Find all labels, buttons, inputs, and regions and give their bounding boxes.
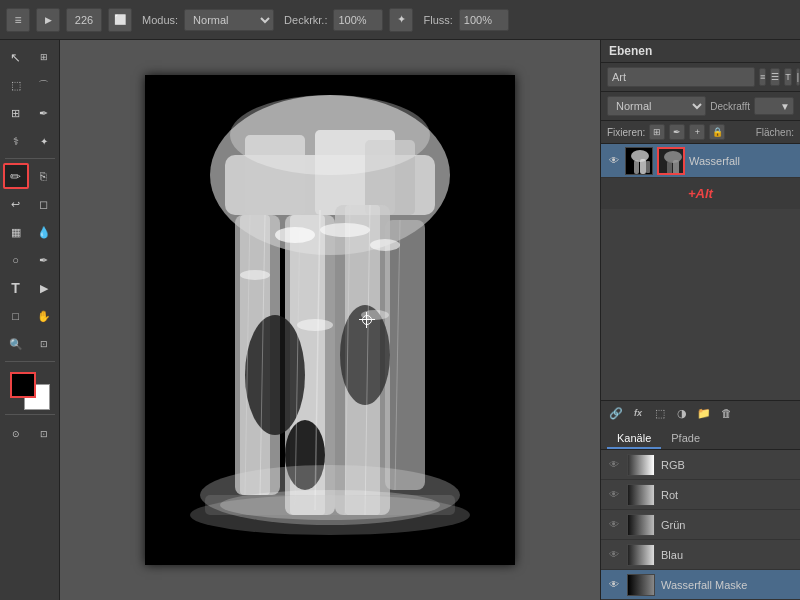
layers-search-input[interactable] bbox=[607, 67, 755, 87]
svg-rect-13 bbox=[385, 220, 425, 490]
path-select-tool[interactable]: ▶ bbox=[31, 275, 57, 301]
channel-gruen[interactable]: 👁 Grün bbox=[601, 510, 800, 540]
channel-maske-eye[interactable]: 👁 bbox=[607, 578, 621, 592]
rectangle-shape-tool[interactable]: □ bbox=[3, 303, 29, 329]
layers-mode-row: Normal Deckrafft bbox=[601, 92, 800, 121]
modus-select[interactable]: Normal bbox=[184, 9, 274, 31]
layer-visibility-eye[interactable]: 👁 bbox=[607, 154, 621, 168]
layer-filter-icon2[interactable]: T bbox=[784, 68, 792, 86]
extra-tool[interactable]: ⊡ bbox=[31, 331, 57, 357]
channel-blau-thumb bbox=[627, 544, 655, 566]
layer-name-label: Wasserfall bbox=[689, 155, 794, 167]
svg-point-31 bbox=[361, 310, 389, 320]
svg-rect-37 bbox=[640, 159, 646, 174]
screen-mode-tool[interactable]: ⊡ bbox=[31, 421, 57, 447]
gradient-tool[interactable]: ▦ bbox=[3, 219, 29, 245]
crop-tool[interactable]: ⊞ bbox=[3, 100, 29, 126]
history-brush-tool[interactable]: ↩ bbox=[3, 191, 29, 217]
fix-move-icon[interactable]: + bbox=[689, 124, 705, 140]
link-layers-icon[interactable]: 🔗 bbox=[607, 404, 625, 422]
zoom-tool[interactable]: 🔍 bbox=[3, 331, 29, 357]
alt-hint-area: +Alt bbox=[601, 178, 800, 209]
svg-point-27 bbox=[320, 223, 370, 237]
svg-point-35 bbox=[631, 150, 649, 162]
brush-tool[interactable]: ✏ bbox=[3, 163, 29, 189]
fix-paint-icon[interactable]: ✒ bbox=[669, 124, 685, 140]
foreground-color[interactable] bbox=[10, 372, 36, 398]
channel-rot[interactable]: 👁 Rot bbox=[601, 480, 800, 510]
svg-point-14 bbox=[245, 315, 305, 435]
left-toolbox: ↖ ⊞ ⬚ ⌒ ⊞ ✒ ⚕ ✦ ✏ ⎘ ↩ ◻ ▦ 💧 ○ ✒ bbox=[0, 40, 60, 600]
modus-label: Modus: bbox=[142, 14, 178, 26]
blur-tool[interactable]: 💧 bbox=[31, 219, 57, 245]
hand-tool[interactable]: ✋ bbox=[31, 303, 57, 329]
channel-rot-thumb bbox=[627, 484, 655, 506]
pen-tool[interactable]: ✒ bbox=[31, 247, 57, 273]
fixieren-bar: Fixieren: ⊞ ✒ + 🔒 Flächen: bbox=[601, 121, 800, 144]
fixieren-label: Fixieren: bbox=[607, 127, 645, 138]
layer-filter-icon1[interactable]: ☰ bbox=[770, 68, 780, 86]
channel-gruen-thumb bbox=[627, 514, 655, 536]
svg-point-29 bbox=[240, 270, 270, 280]
eraser-tool[interactable]: ◻ bbox=[31, 191, 57, 217]
spot-heal-tool[interactable]: ⚕ bbox=[3, 128, 29, 154]
channel-blau-eye[interactable]: 👁 bbox=[607, 548, 621, 562]
delete-layer-icon[interactable]: 🗑 bbox=[717, 404, 735, 422]
opacity-input[interactable] bbox=[754, 97, 794, 115]
deckr-label: Deckrkr.: bbox=[284, 14, 327, 26]
canvas-area bbox=[60, 40, 600, 600]
layer-wasserfall[interactable]: 👁 bbox=[601, 144, 800, 178]
tab-pfade[interactable]: Pfade bbox=[661, 429, 710, 449]
eyedropper-tool[interactable]: ✒ bbox=[31, 100, 57, 126]
fix-position-icon[interactable]: ⊞ bbox=[649, 124, 665, 140]
add-mask-icon[interactable]: ⬚ bbox=[651, 404, 669, 422]
right-panel: Ebenen ≡ ☰ T | ○ Normal Deckrafft Fixier… bbox=[600, 40, 800, 600]
svg-rect-33 bbox=[205, 495, 455, 515]
svg-rect-41 bbox=[667, 161, 672, 175]
channels-list: 👁 RGB 👁 Rot 👁 Grün 👁 Blau bbox=[601, 450, 800, 600]
lasso-tool[interactable]: ⌒ bbox=[31, 72, 57, 98]
svg-rect-42 bbox=[673, 160, 679, 175]
quick-mask-tool[interactable]: ⊙ bbox=[3, 421, 29, 447]
add-group-icon[interactable]: 📁 bbox=[695, 404, 713, 422]
artboard-tool[interactable]: ⊞ bbox=[31, 44, 57, 70]
fluss-label: Fluss: bbox=[423, 14, 452, 26]
channel-rgb[interactable]: 👁 RGB bbox=[601, 450, 800, 480]
tab-kanaele[interactable]: Kanäle bbox=[607, 429, 661, 449]
channel-rot-eye[interactable]: 👁 bbox=[607, 488, 621, 502]
channel-gruen-eye[interactable]: 👁 bbox=[607, 518, 621, 532]
add-adjustment-icon[interactable]: ◑ bbox=[673, 404, 691, 422]
svg-point-26 bbox=[275, 227, 315, 243]
dodge-tool[interactable]: ○ bbox=[3, 247, 29, 273]
channel-blau[interactable]: 👁 Blau bbox=[601, 540, 800, 570]
svg-rect-38 bbox=[646, 161, 650, 173]
search-type-icon[interactable]: ≡ bbox=[759, 68, 766, 86]
layer-list: 👁 bbox=[601, 144, 800, 400]
move-tool[interactable]: ↖ bbox=[3, 44, 29, 70]
color-swatches[interactable] bbox=[10, 372, 50, 410]
blend-mode-select[interactable]: Normal bbox=[607, 96, 706, 116]
fluss-input[interactable] bbox=[459, 9, 509, 31]
layer-mask-thumbnail[interactable] bbox=[657, 147, 685, 175]
type-tool[interactable]: T bbox=[3, 275, 29, 301]
options-icon[interactable]: ▶ bbox=[36, 8, 60, 32]
rectangular-marquee-tool[interactable]: ⬚ bbox=[3, 72, 29, 98]
top-toolbar: ≡ ▶ 226 ⬜ Modus: Normal Deckrkr.: ✦ Flus… bbox=[0, 0, 800, 40]
channel-wasserfall-maske[interactable]: 👁 Wasserfall Maske bbox=[601, 570, 800, 600]
fix-all-icon[interactable]: 🔒 bbox=[709, 124, 725, 140]
brush-shape-icon[interactable]: ⬜ bbox=[108, 8, 132, 32]
channel-rgb-eye[interactable]: 👁 bbox=[607, 458, 621, 472]
brush-size-input[interactable]: 226 bbox=[66, 8, 102, 32]
svg-rect-36 bbox=[634, 160, 639, 174]
canvas-container bbox=[145, 75, 515, 565]
layer-filter-icon3[interactable]: | bbox=[796, 68, 800, 86]
menu-icon[interactable]: ≡ bbox=[6, 8, 30, 32]
clone-stamp-tool[interactable]: ⎘ bbox=[31, 163, 57, 189]
airbrush-icon[interactable]: ✦ bbox=[389, 8, 413, 32]
canvas-image bbox=[145, 75, 515, 565]
fx-icon[interactable]: fx bbox=[629, 404, 647, 422]
patch-tool[interactable]: ✦ bbox=[31, 128, 57, 154]
deckr-input[interactable] bbox=[333, 9, 383, 31]
channels-tabs: Kanäle Pfade bbox=[601, 425, 800, 450]
opacity-label: Deckrafft bbox=[710, 101, 750, 112]
